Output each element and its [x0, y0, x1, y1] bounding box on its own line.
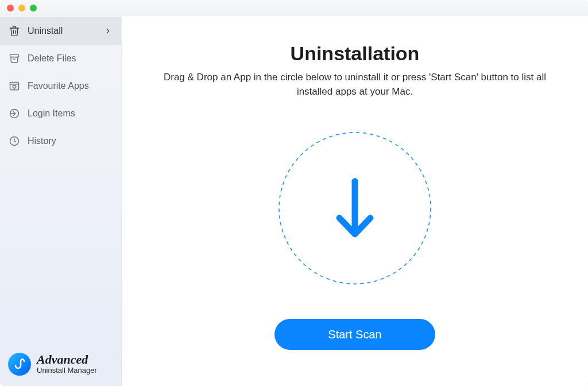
- login-arrow-icon: [8, 107, 21, 120]
- start-scan-button[interactable]: Start Scan: [274, 319, 435, 350]
- sidebar-item-history[interactable]: History: [0, 127, 121, 155]
- main-panel: Uninstallation Drag & Drop an App in the…: [122, 16, 588, 386]
- app-window: Uninstall Delet: [0, 0, 588, 386]
- window-maximize-button[interactable]: [30, 5, 37, 11]
- sidebar-item-label: History: [28, 136, 56, 146]
- chevron-right-icon: [103, 26, 113, 36]
- body: Uninstall Delet: [0, 16, 588, 386]
- sidebar-list: Uninstall Delet: [0, 16, 121, 346]
- dropzone[interactable]: [277, 131, 432, 286]
- page-subtitle: Drag & Drop an App in the circle below t…: [154, 71, 556, 99]
- clock-icon: [8, 135, 21, 147]
- brand-text: Advanced Uninstall Manager: [37, 353, 97, 375]
- sidebar-item-uninstall[interactable]: Uninstall: [0, 17, 121, 45]
- heart-box-icon: [8, 80, 21, 92]
- svg-rect-0: [10, 54, 19, 57]
- brand-logo-icon: [8, 353, 31, 376]
- sidebar-item-favourite-apps[interactable]: Favourite Apps: [0, 72, 121, 100]
- window-close-button[interactable]: [7, 5, 14, 11]
- sidebar-item-delete-files[interactable]: Delete Files: [0, 45, 121, 72]
- sidebar-item-label: Uninstall: [28, 26, 63, 36]
- svg-point-7: [279, 132, 431, 284]
- trash-icon: [8, 25, 21, 37]
- sidebar-item-label: Delete Files: [28, 53, 76, 64]
- sidebar-item-label: Favourite Apps: [28, 81, 89, 91]
- brand-subtitle: Uninstall Manager: [37, 366, 97, 375]
- brand: Advanced Uninstall Manager: [0, 346, 121, 386]
- dropzone-ring-icon: [277, 131, 432, 286]
- window-minimize-button[interactable]: [18, 5, 25, 11]
- brand-title: Advanced: [37, 353, 97, 366]
- archive-icon: [8, 52, 21, 65]
- page-title: Uninstallation: [291, 42, 420, 65]
- sidebar: Uninstall Delet: [0, 16, 122, 386]
- sidebar-item-login-items[interactable]: Login Items: [0, 100, 121, 127]
- titlebar: [0, 0, 588, 16]
- sidebar-item-label: Login Items: [28, 108, 75, 119]
